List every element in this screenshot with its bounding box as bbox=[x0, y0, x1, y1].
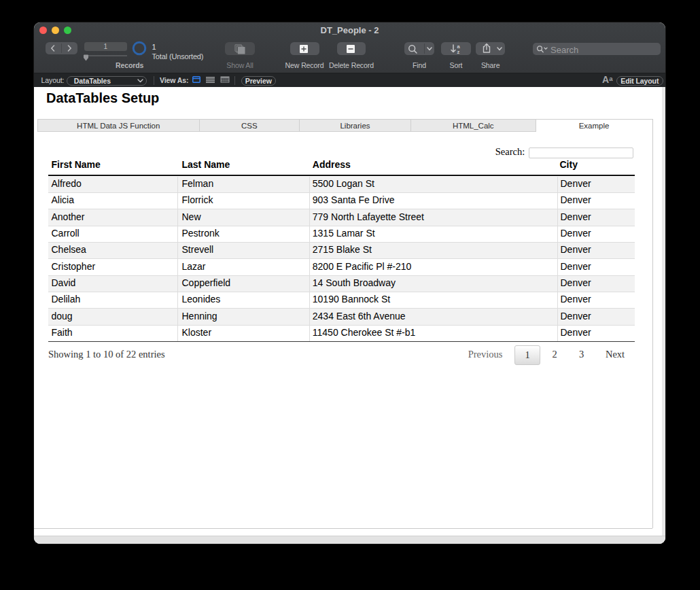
svg-text:z: z bbox=[457, 49, 460, 54]
